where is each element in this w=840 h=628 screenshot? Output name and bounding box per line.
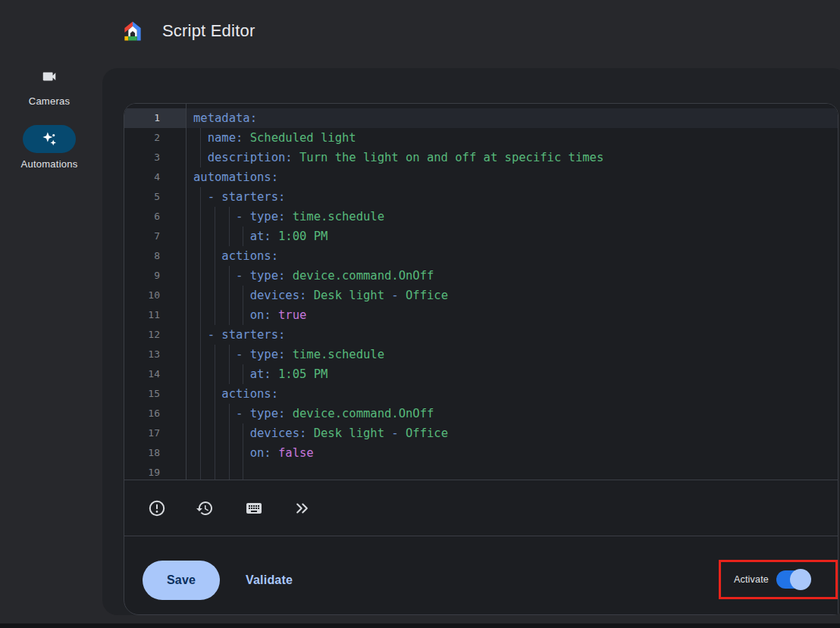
code-line[interactable]: 2 name: Scheduled light [124, 128, 838, 148]
line-number: 13 [124, 345, 186, 364]
line-number: 5 [124, 187, 186, 207]
expand-icon[interactable] [293, 499, 311, 517]
code-content: description: Turn the light on and off a… [186, 148, 838, 167]
code-content: actions: [186, 246, 838, 266]
code-line[interactable]: 1metadata: [124, 108, 838, 128]
editor-toolbar [124, 480, 838, 536]
activate-label: Activate [734, 574, 769, 585]
code-line[interactable]: 10 devices: Desk light - Office [124, 286, 838, 305]
history-icon[interactable] [196, 499, 214, 517]
code-line[interactable]: 13 - type: time.schedule [124, 345, 838, 364]
camera-icon [41, 68, 58, 85]
line-number: 17 [124, 423, 186, 443]
code-content: metadata: [186, 108, 838, 128]
code-line[interactable]: 18 on: false [124, 443, 838, 463]
code-line[interactable]: 16 - type: device.command.OnOff [124, 404, 838, 423]
line-number: 9 [124, 266, 186, 286]
line-number: 4 [124, 167, 186, 187]
line-number: 1 [124, 108, 186, 128]
code-line[interactable]: 15 actions: [124, 384, 838, 404]
line-number: 14 [124, 364, 186, 384]
sparkle-icon [42, 131, 58, 147]
error-icon[interactable] [148, 499, 166, 517]
code-line[interactable]: 12 - starters: [124, 325, 838, 345]
code-line[interactable]: 9 - type: device.command.OnOff [124, 266, 838, 286]
code-line[interactable]: 19 [124, 463, 838, 480]
code-content: on: true [186, 305, 838, 325]
activate-toggle[interactable] [776, 569, 811, 590]
sidebar-item-automations[interactable]: Automations [2, 125, 96, 170]
annotation-highlight: Activate [719, 560, 838, 599]
line-number: 10 [124, 286, 186, 305]
editor-panel: 1metadata:2 name: Scheduled light3 descr… [124, 103, 838, 615]
line-number: 6 [124, 207, 186, 227]
line-number: 18 [124, 443, 186, 463]
save-button[interactable]: Save [143, 561, 220, 600]
code-content: - type: time.schedule [186, 207, 838, 227]
line-number: 7 [124, 227, 186, 246]
code-content: - starters: [186, 325, 838, 345]
line-number: 11 [124, 305, 186, 325]
toggle-thumb [790, 569, 811, 590]
validate-button[interactable]: Validate [238, 561, 300, 600]
code-line[interactable]: 7 at: 1:00 PM [124, 227, 838, 246]
code-content: - type: time.schedule [186, 345, 838, 364]
code-content: devices: Desk light - Office [186, 286, 838, 305]
sidebar-item-cameras[interactable]: Cameras [2, 62, 96, 107]
header: Script Editor [121, 0, 255, 62]
line-number: 12 [124, 325, 186, 345]
code-content: - type: device.command.OnOff [186, 404, 838, 423]
code-content: automations: [186, 167, 838, 187]
sidebar-item-label: Cameras [29, 95, 71, 107]
google-home-logo-icon [121, 20, 144, 42]
sidebar: Cameras Automations [0, 62, 99, 170]
code-line[interactable]: 11 on: true [124, 305, 838, 325]
code-line[interactable]: 3 description: Turn the light on and off… [124, 148, 838, 167]
code-line[interactable]: 5 - starters: [124, 187, 838, 207]
line-number: 8 [124, 246, 186, 266]
code-line[interactable]: 14 at: 1:05 PM [124, 364, 838, 384]
line-number: 19 [124, 463, 186, 480]
line-number: 16 [124, 404, 186, 423]
code-content: devices: Desk light - Office [186, 423, 838, 443]
code-content: at: 1:00 PM [186, 227, 838, 246]
code-editor[interactable]: 1metadata:2 name: Scheduled light3 descr… [124, 104, 838, 480]
code-content: on: false [186, 443, 838, 463]
code-line[interactable]: 17 devices: Desk light - Office [124, 423, 838, 443]
line-number: 3 [124, 148, 186, 167]
code-content [186, 463, 838, 480]
keyboard-icon[interactable] [245, 499, 263, 517]
sidebar-item-label: Automations [20, 158, 77, 170]
code-content: at: 1:05 PM [186, 364, 838, 384]
code-line[interactable]: 6 - type: time.schedule [124, 207, 838, 227]
code-line[interactable]: 8 actions: [124, 246, 838, 266]
code-lines: 1metadata:2 name: Scheduled light3 descr… [124, 108, 838, 480]
gutter-divider [186, 104, 186, 480]
editor-card: 1metadata:2 name: Scheduled light3 descr… [102, 68, 840, 615]
script-editor-page: Script Editor Cameras Automations [0, 0, 840, 628]
action-bar: Save Validate Activate [124, 536, 838, 614]
line-number: 2 [124, 128, 186, 148]
code-content: actions: [186, 384, 838, 404]
code-content: - starters: [186, 187, 838, 207]
page-title: Script Editor [162, 21, 255, 41]
line-number: 15 [124, 384, 186, 404]
code-content: name: Scheduled light [186, 128, 838, 148]
bottom-edge [0, 623, 840, 628]
code-line[interactable]: 4automations: [124, 167, 838, 187]
code-content: - type: device.command.OnOff [186, 266, 838, 286]
